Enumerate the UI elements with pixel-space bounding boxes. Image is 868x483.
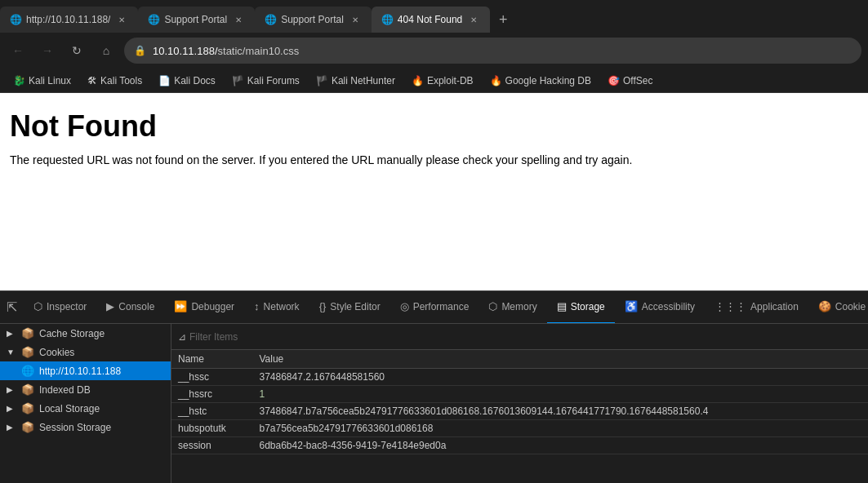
tab-style-editor[interactable]: {} Style Editor: [309, 291, 390, 324]
session-storage-chevron: ▶: [7, 423, 16, 432]
debugger-icon: ⏩: [174, 300, 187, 312]
sidebar-item-indexed-db[interactable]: ▶ 📦 Indexed DB: [0, 380, 171, 399]
filter-bar: ⊿: [171, 324, 868, 350]
kali-nethunter-icon: 🏴: [316, 75, 328, 86]
not-found-title: Not Found: [10, 109, 858, 144]
bookmark-google-hacking-db-label: Google Hacking DB: [505, 75, 591, 86]
tab-1-favicon: 🌐: [10, 14, 21, 25]
tab-memory[interactable]: ⬡ Memory: [479, 291, 546, 324]
sidebar-item-cookies[interactable]: ▼ 📦 Cookies: [0, 343, 171, 361]
bookmark-exploit-db[interactable]: 🔥 Exploit-DB: [405, 73, 480, 88]
sidebar-item-http-host[interactable]: 🌐 http://10.10.11.188: [0, 361, 171, 380]
storage-label: Storage: [571, 301, 605, 312]
console-label: Console: [118, 301, 154, 312]
tab-2[interactable]: 🌐 Support Portal ✕: [138, 7, 255, 33]
table-row[interactable]: __hssrc1: [171, 386, 868, 403]
cell-name-1: __hssrc: [171, 386, 252, 403]
sidebar-item-cache-storage[interactable]: ▶ 📦 Cache Storage: [0, 324, 171, 343]
tab-console[interactable]: ▶ Console: [96, 291, 164, 324]
exploit-db-icon: 🔥: [412, 75, 424, 86]
url-path: static/main10.css: [218, 45, 300, 57]
devtools-left-icon[interactable]: ⇱: [0, 299, 24, 315]
performance-label: Performance: [413, 301, 470, 312]
tab-inspector[interactable]: ⬡ Inspector: [24, 291, 96, 324]
tab-4-close[interactable]: ✕: [467, 13, 480, 26]
session-storage-icon: 📦: [21, 421, 34, 433]
tab-network[interactable]: ↕ Network: [244, 291, 309, 324]
address-bar: ← → ↻ ⌂ 🔒 10.10.11.188/static/main10.css: [0, 33, 868, 69]
tab-3[interactable]: 🌐 Support Portal ✕: [255, 7, 372, 33]
cell-value-2: 37486847.b7a756cea5b24791776633601d08616…: [252, 403, 868, 420]
tab-performance[interactable]: ◎ Performance: [390, 291, 479, 324]
bookmark-kali-docs-label: Kali Docs: [174, 75, 216, 86]
tab-2-favicon: 🌐: [148, 14, 159, 25]
kali-docs-icon: 📄: [158, 75, 171, 86]
tab-storage[interactable]: ▤ Storage: [547, 291, 615, 324]
cell-name-2: __hstc: [171, 403, 252, 420]
bookmark-kali-tools-label: Kali Tools: [100, 75, 142, 86]
tab-cookie-editor[interactable]: 🍪 Cookie Editor: [808, 291, 868, 324]
cell-value-4: 6dba6b42-bac8-4356-9419-7e4184e9ed0a: [252, 437, 868, 454]
tab-1-close[interactable]: ✕: [115, 13, 128, 26]
table-header-row: Name Value: [171, 350, 868, 369]
filter-icon: ⊿: [178, 331, 186, 343]
cell-name-3: hubspotutk: [171, 420, 252, 437]
cell-name-4: session: [171, 437, 252, 454]
back-button[interactable]: ←: [7, 39, 29, 62]
tab-4[interactable]: 🌐 404 Not Found ✕: [372, 7, 490, 33]
cookies-chevron: ▼: [7, 348, 16, 357]
kali-tools-icon: 🛠: [87, 75, 97, 86]
local-storage-chevron: ▶: [7, 404, 16, 413]
tab-1[interactable]: 🌐 http://10.10.11.188/ ✕: [0, 7, 138, 33]
cell-value-1: 1: [252, 386, 868, 403]
bookmark-kali-forums-label: Kali Forums: [247, 75, 300, 86]
tab-3-title: Support Portal: [281, 14, 344, 25]
tab-accessibility[interactable]: ♿ Accessibility: [615, 291, 705, 324]
not-found-description: The requested URL was not found on the s…: [10, 153, 858, 166]
inspector-label: Inspector: [47, 301, 87, 312]
page-content: Not Found The requested URL was not foun…: [0, 93, 868, 290]
forward-button[interactable]: →: [36, 39, 59, 62]
bookmark-google-hacking-db[interactable]: 🔥 Google Hacking DB: [483, 73, 598, 88]
sidebar-item-local-storage[interactable]: ▶ 📦 Local Storage: [0, 399, 171, 418]
table-row[interactable]: hubspotutkb7a756cea5b24791776633601d0861…: [171, 420, 868, 437]
tab-2-close[interactable]: ✕: [232, 13, 245, 26]
bookmark-kali-docs[interactable]: 📄 Kali Docs: [152, 73, 222, 88]
bookmark-kali-nethunter[interactable]: 🏴 Kali NetHunter: [309, 73, 402, 88]
performance-icon: ◎: [400, 300, 409, 312]
new-tab-button[interactable]: +: [490, 7, 516, 33]
tab-4-title: 404 Not Found: [398, 14, 462, 25]
table-row[interactable]: __hstc37486847.b7a756cea5b24791776633601…: [171, 403, 868, 420]
cookies-icon: 📦: [21, 346, 34, 358]
tab-debugger[interactable]: ⏩ Debugger: [164, 291, 244, 324]
tab-application[interactable]: ⋮⋮⋮ Application: [705, 291, 808, 324]
cookie-editor-label: Cookie Editor: [835, 301, 868, 312]
url-bar[interactable]: 🔒 10.10.11.188/static/main10.css: [124, 38, 861, 64]
sidebar-item-session-storage[interactable]: ▶ 📦 Session Storage: [0, 418, 171, 436]
bookmark-kali-tools[interactable]: 🛠 Kali Tools: [81, 73, 149, 88]
kali-forums-icon: 🏴: [232, 75, 244, 86]
table-row[interactable]: __hssc37486847.2.1676448581560: [171, 369, 868, 386]
tab-3-close[interactable]: ✕: [349, 13, 362, 26]
reload-button[interactable]: ↻: [65, 39, 88, 62]
console-icon: ▶: [106, 300, 114, 312]
http-host-label: http://10.10.11.188: [39, 366, 164, 377]
cookie-editor-icon: 🍪: [818, 300, 831, 312]
inspector-icon: ⬡: [33, 300, 42, 312]
tab-bar: 🌐 http://10.10.11.188/ ✕ 🌐 Support Porta…: [0, 0, 868, 33]
devtools-tab-bar: ⇱ ⬡ Inspector ▶ Console ⏩ Debugger ↕ Net…: [0, 291, 868, 324]
url-domain: 10.10.11.188/: [153, 45, 218, 57]
bookmark-kali-linux[interactable]: 🐉 Kali Linux: [7, 73, 78, 88]
kali-linux-icon: 🐉: [13, 75, 25, 86]
devtools-panel: ⇱ ⬡ Inspector ▶ Console ⏩ Debugger ↕ Net…: [0, 290, 868, 483]
browser-chrome: 🌐 http://10.10.11.188/ ✕ 🌐 Support Porta…: [0, 0, 868, 93]
bookmark-offsec[interactable]: 🎯 OffSec: [601, 73, 659, 88]
filter-input[interactable]: [189, 331, 861, 343]
local-storage-label: Local Storage: [39, 403, 164, 414]
application-label: Application: [750, 301, 799, 312]
local-storage-icon: 📦: [21, 402, 34, 414]
tab-1-title: http://10.10.11.188/: [26, 14, 110, 25]
table-row[interactable]: session6dba6b42-bac8-4356-9419-7e4184e9e…: [171, 437, 868, 454]
bookmark-kali-forums[interactable]: 🏴 Kali Forums: [225, 73, 306, 88]
home-button[interactable]: ⌂: [95, 39, 118, 62]
